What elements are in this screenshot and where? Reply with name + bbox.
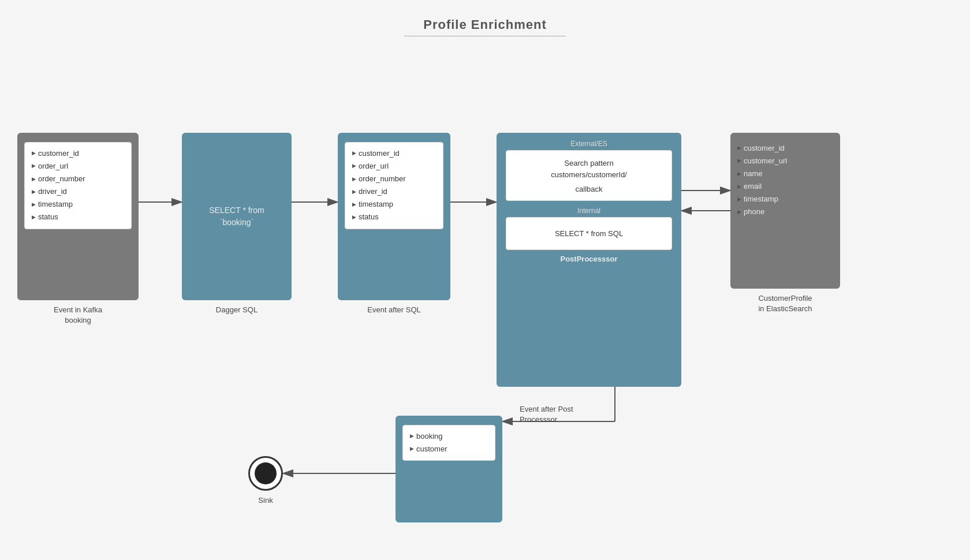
external-es-inner: Search patterncustomers/customerId/ call…	[506, 150, 672, 201]
callback-text: callback	[513, 185, 665, 193]
cp-field-customer-id: customer_id	[737, 142, 833, 155]
eap-field-customer: customer	[410, 443, 488, 456]
event-after-sql-box: customer_id order_url order_number drive…	[338, 133, 450, 300]
post-processor-box: External/ES Search patterncustomers/cust…	[497, 133, 681, 387]
event-after-sql-fields: customer_id order_url order_number drive…	[345, 142, 443, 229]
field-order-url: order_url	[32, 160, 124, 173]
event-after-sql-field-list: customer_id order_url order_number drive…	[352, 147, 436, 224]
title-underline	[404, 36, 566, 36]
eas-field-order-number: order_number	[352, 173, 436, 185]
internal-label: Internal	[506, 207, 672, 215]
eas-field-order-url: order_url	[352, 160, 436, 173]
event-after-post-field-list: booking customer	[410, 430, 488, 456]
cp-field-customer-url: customer_url	[737, 155, 833, 167]
customer-profile-label: CustomerProfile in ElasticSearch	[730, 293, 840, 314]
dagger-sql-label: Dagger SQL	[182, 305, 292, 315]
kafka-event-label: Event in Kafka booking	[17, 305, 139, 326]
search-pattern-text: Search patterncustomers/customerId/	[513, 158, 665, 180]
cp-field-name: name	[737, 167, 833, 180]
cp-field-timestamp: timestamp	[737, 193, 833, 206]
event-after-sql-label: Event after SQL	[338, 305, 450, 315]
customer-profile-field-list: customer_id customer_url name email time…	[737, 142, 833, 219]
dagger-sql-box: SELECT * from`booking`	[182, 133, 292, 300]
eap-field-booking: booking	[410, 430, 488, 443]
event-after-post-label: Event after Post Processsor	[520, 404, 618, 425]
eas-field-status: status	[352, 211, 436, 223]
kafka-event-box: customer_id order_url order_number drive…	[17, 133, 139, 300]
diagram-area: customer_id order_url order_number drive…	[0, 46, 970, 560]
postprocessor-footer-label: PostProcesssor	[506, 255, 672, 263]
sink-label: Sink	[248, 495, 283, 506]
eas-field-customer-id: customer_id	[352, 147, 436, 160]
kafka-event-fields: customer_id order_url order_number drive…	[24, 142, 132, 229]
field-customer-id: customer_id	[32, 147, 124, 160]
kafka-field-list: customer_id order_url order_number drive…	[32, 147, 124, 224]
event-after-post-fields: booking customer	[402, 425, 495, 461]
internal-sql-inner: SELECT * from SQL	[506, 217, 672, 250]
page-title: Profile Enrichment	[0, 0, 970, 32]
cp-field-phone: phone	[737, 206, 833, 218]
dagger-sql-text: SELECT * from`booking`	[203, 204, 270, 229]
field-order-number: order_number	[32, 173, 124, 185]
event-after-post-box: booking customer	[396, 416, 502, 522]
internal-sql-text: SELECT * from SQL	[513, 229, 665, 238]
cp-field-email: email	[737, 180, 833, 193]
sink-inner-circle	[255, 462, 277, 484]
eas-field-timestamp: timestamp	[352, 198, 436, 211]
external-es-label: External/ES	[506, 140, 672, 148]
field-driver-id: driver_id	[32, 185, 124, 198]
sink-circle	[248, 456, 283, 491]
customer-profile-box: customer_id customer_url name email time…	[730, 133, 840, 289]
eas-field-driver-id: driver_id	[352, 185, 436, 198]
field-timestamp: timestamp	[32, 198, 124, 211]
field-status: status	[32, 211, 124, 223]
